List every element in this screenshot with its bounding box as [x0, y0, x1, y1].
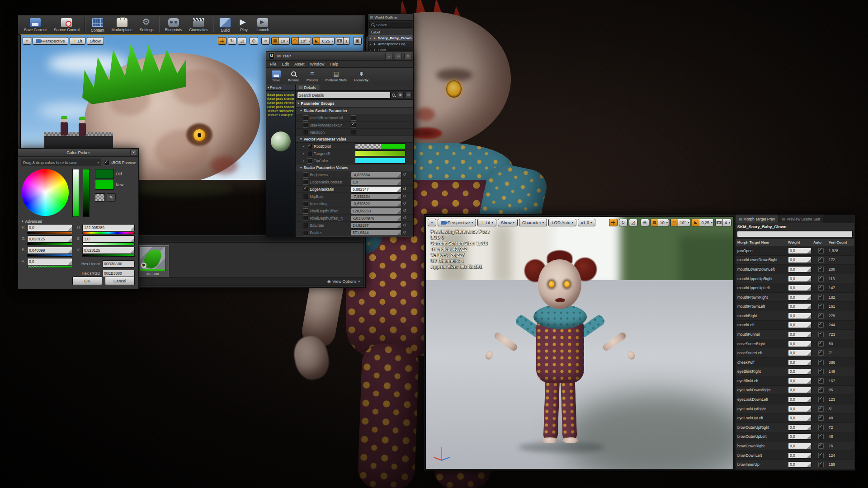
scalar-parameter-row[interactable]: PixelDepthOffset 128,99263 ↺: [296, 207, 413, 215]
override-checkbox[interactable]: [303, 115, 308, 121]
override-checkbox[interactable]: [303, 208, 308, 214]
menu-item[interactable]: Window: [310, 62, 325, 66]
rotate-tool-button[interactable]: ↻: [619, 219, 627, 226]
rotation-snap-control[interactable]: ◠10°▾: [670, 219, 691, 226]
viewport-options-button[interactable]: ▾: [428, 219, 436, 226]
morph-target-row[interactable]: noseSneerRight 0,0 80: [736, 339, 854, 349]
show-button[interactable]: Show: [87, 37, 104, 45]
minimize-button[interactable]: –: [385, 53, 392, 59]
value-spinbox[interactable]: 128,99263: [351, 208, 401, 214]
grid-snap-control[interactable]: ▦10▾: [271, 37, 290, 45]
weight-spinbox[interactable]: 0,0: [788, 452, 811, 459]
override-checkbox[interactable]: [303, 172, 308, 178]
auto-checkbox[interactable]: [818, 425, 824, 430]
material-toolbar-button[interactable]: Hierarchy: [351, 70, 371, 82]
morph-target-row[interactable]: eyeLookUpRight 0,0 51: [736, 404, 854, 414]
toolbar-button[interactable]: Play: [235, 16, 252, 34]
toolbar-button[interactable]: Build: [216, 16, 234, 34]
channel-gradient-bar[interactable]: [27, 254, 72, 257]
outliner-row[interactable]: ▾ ● Scary_Baby_Clown: [368, 35, 413, 41]
channel-gradient-bar[interactable]: [82, 243, 135, 245]
auto-checkbox[interactable]: [818, 462, 824, 467]
perspective-button[interactable]: Perspective▾: [438, 219, 476, 226]
scalar-parameter-row[interactable]: Noisetiling -0,670322 ↺: [296, 200, 413, 207]
weight-spinbox[interactable]: 0,0: [788, 461, 811, 468]
vector-parameter-row[interactable]: ▸ TangentB: [296, 150, 413, 157]
reset-to-default-icon[interactable]: ↺: [403, 230, 406, 235]
auto-checkbox[interactable]: [818, 257, 824, 263]
menu-item[interactable]: Help: [330, 62, 339, 66]
asset-tile[interactable]: ✱ MI_Hair: [137, 245, 169, 277]
scale-snap-control[interactable]: ◣0,25▾: [692, 219, 714, 226]
material-toolbar-button[interactable]: Save: [269, 70, 283, 82]
override-checkbox[interactable]: [303, 216, 308, 221]
show-button[interactable]: Show▾: [498, 219, 518, 226]
morph-target-row[interactable]: eyeBlinkLeft 0,0 167: [736, 376, 854, 386]
reset-to-default-icon[interactable]: ↺: [403, 223, 406, 227]
auto-checkbox[interactable]: [818, 406, 824, 412]
morph-target-row[interactable]: mouthLowerDownRight 0,0 172: [736, 256, 854, 265]
reset-to-default-icon[interactable]: ↺: [403, 187, 406, 191]
weight-spinbox[interactable]: 0,0: [788, 257, 811, 263]
column-weight[interactable]: Weight: [788, 240, 813, 244]
morph-target-row[interactable]: cheekPuff 0,0 386: [736, 358, 854, 367]
toolbar-button[interactable]: Settings: [137, 16, 157, 34]
eyedropper-icon[interactable]: ✎: [107, 193, 116, 202]
scale-tool-button[interactable]: ◿: [238, 37, 246, 45]
toolbar-button[interactable]: Launch: [253, 16, 272, 34]
material-preview-tab[interactable]: ▾Perspe: [266, 84, 295, 91]
reset-to-default-icon[interactable]: ↺: [403, 202, 406, 206]
weight-spinbox[interactable]: 0,0: [788, 350, 811, 356]
value-spinbox[interactable]: 1,0: [351, 179, 401, 185]
morph-target-row[interactable]: mouthLowerDownLeft 0,0 200: [736, 265, 854, 274]
move-tool-button[interactable]: [218, 37, 226, 45]
reset-to-default-icon[interactable]: ↺: [403, 209, 406, 213]
checkbox[interactable]: [104, 160, 109, 165]
morph-target-row[interactable]: mouthFrownRight 0,0 182: [736, 293, 854, 302]
value-spinbox[interactable]: -7,935234: [351, 193, 401, 200]
morph-target-row[interactable]: mouthUpperUpLeft 0,0 147: [736, 283, 854, 293]
channel-input[interactable]: 122,905289: [82, 224, 135, 231]
override-checkbox[interactable]: [307, 158, 312, 164]
section-texture-parameters[interactable]: ▾Texture Parameter Valu: [296, 236, 413, 237]
toolbar-button[interactable]: Cinematics: [186, 16, 211, 34]
lod-button[interactable]: LOD Auto▾: [548, 219, 576, 226]
auto-checkbox[interactable]: [818, 248, 824, 253]
scalar-parameter-row[interactable]: EdgeMaskContrast 1,0 ↺: [296, 178, 413, 186]
menu-item[interactable]: Edit: [282, 62, 289, 66]
morph-search-input[interactable]: [737, 231, 853, 237]
section-static-switch[interactable]: ▾Static Switch Parameter: [296, 108, 413, 114]
world-outliner-search[interactable]: Search...: [369, 22, 412, 28]
reset-to-default-icon[interactable]: ↺: [403, 173, 406, 177]
reset-to-default-icon[interactable]: ↺: [403, 216, 406, 220]
reset-to-default-icon[interactable]: ↺: [403, 194, 406, 198]
scalar-parameter-row[interactable]: Saturate 24,92197 ↺: [296, 222, 413, 229]
toolbar-button[interactable]: Content: [88, 16, 108, 34]
color-swatch[interactable]: [355, 158, 406, 164]
auto-checkbox[interactable]: [818, 443, 824, 449]
channel-input[interactable]: 0,0: [27, 258, 72, 265]
color-swatch[interactable]: [355, 143, 406, 149]
auto-checkbox[interactable]: [818, 295, 824, 300]
morph-target-row[interactable]: mouthUpperUpRight 0,0 113: [736, 274, 854, 284]
morph-target-row[interactable]: eyeLookUpLeft 0,0 48: [736, 413, 854, 423]
morph-target-row[interactable]: eyeBlinkRight 0,0 149: [736, 367, 854, 377]
material-toolbar-button[interactable]: Platform Stats: [323, 70, 349, 82]
channel-gradient-bar[interactable]: [27, 266, 72, 268]
auto-checkbox[interactable]: [818, 276, 824, 282]
column-vert-count[interactable]: Vert Count: [829, 240, 854, 244]
hex-linear-input[interactable]: 00D30A00: [102, 260, 135, 267]
tab-details[interactable]: ▤Details: [296, 84, 320, 90]
advanced-section-toggle[interactable]: ▾Advanced: [18, 218, 138, 224]
morph-table-header[interactable]: Morph Target Nam Weight Auto Vert Count: [736, 239, 854, 246]
camera-speed-control[interactable]: 1: [336, 37, 350, 45]
scale-tool-button[interactable]: ◿: [629, 219, 637, 226]
camera-speed-control[interactable]: 4▾: [715, 219, 731, 226]
override-checkbox[interactable]: [303, 187, 308, 192]
auto-checkbox[interactable]: [818, 369, 824, 374]
weight-spinbox[interactable]: 0,0: [788, 313, 811, 319]
weight-spinbox[interactable]: 0,0: [788, 424, 811, 431]
persona-viewport[interactable]: ▾ Perspective▾ ☀Lit▾ Show▾ Character▾ LO…: [425, 216, 734, 469]
saturation-slider[interactable]: [72, 169, 79, 217]
switch-parameter-row[interactable]: UseDiffuseBaseCol: [296, 114, 413, 122]
